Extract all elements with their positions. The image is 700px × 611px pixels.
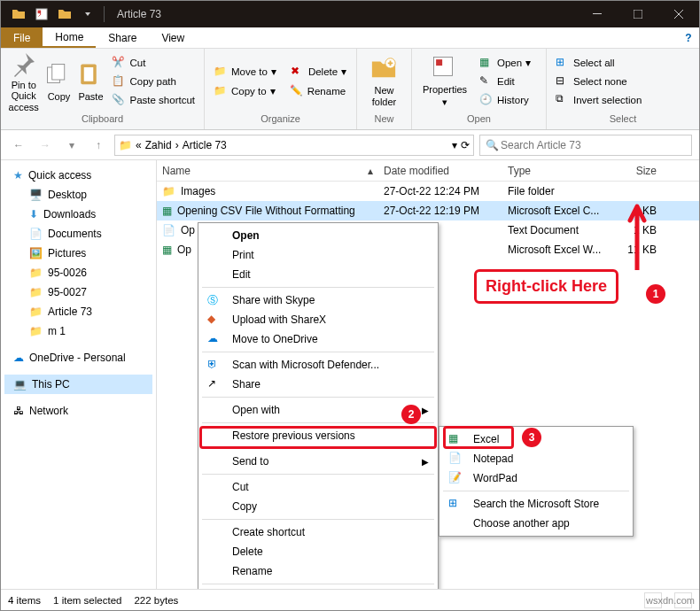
open-button[interactable]: ▦Open▾ xyxy=(476,54,534,72)
ctx-onedrive[interactable]: ☁Move to OneDrive xyxy=(200,329,436,349)
ctx-rename[interactable]: Rename xyxy=(200,561,436,581)
qat-properties-icon[interactable] xyxy=(31,4,52,24)
nav-quick-access[interactable]: ★Quick access xyxy=(4,166,152,185)
edit-button[interactable]: ✎Edit xyxy=(476,73,534,90)
annotation-excel-highlight xyxy=(443,426,514,449)
nav-folder[interactable]: 📁95-0027 xyxy=(4,282,152,302)
copy-button[interactable]: Copy xyxy=(44,52,73,111)
nav-desktop[interactable]: 🖥️Desktop xyxy=(4,185,152,205)
notepad-icon: 📄 xyxy=(448,452,463,466)
status-bar: 4 items 1 item selected 222 bytes xyxy=(1,589,699,610)
breadcrumb[interactable]: 📁 « Zahid› Article 73 ▾ ⟳ xyxy=(114,135,474,156)
nav-forward-button[interactable]: → xyxy=(35,135,56,156)
minimize-button[interactable] xyxy=(577,1,618,27)
delete-icon: ✖ xyxy=(291,65,305,79)
paste-button[interactable]: Paste xyxy=(76,52,105,111)
wordpad-icon: 📝 xyxy=(448,471,463,485)
annotation-arrow-icon xyxy=(626,203,648,270)
file-row[interactable]: 📁Images 27-Oct-22 12:24 PMFile folder xyxy=(157,182,699,201)
nav-this-pc[interactable]: 💻This PC xyxy=(4,375,152,394)
search-box[interactable]: 🔍 xyxy=(479,135,692,156)
invert-selection-button[interactable]: ⧉Invert selection xyxy=(552,91,645,109)
ctx-properties[interactable]: Properties xyxy=(200,587,436,589)
watermark: wsxdn.com xyxy=(646,595,695,606)
text-file-icon: 📄 xyxy=(162,224,175,236)
pictures-icon: 🖼️ xyxy=(29,247,43,259)
ctx-open-with[interactable]: Open with▶ xyxy=(200,400,436,420)
nav-folder[interactable]: 📁m 1 xyxy=(4,321,152,341)
breadcrumb-part[interactable]: Article 73 xyxy=(183,139,227,151)
nav-folder[interactable]: 📁95-0026 xyxy=(4,263,152,282)
network-icon: 🖧 xyxy=(13,405,24,417)
nav-back-button[interactable]: ← xyxy=(8,135,29,156)
history-button[interactable]: 🕘History xyxy=(476,91,534,109)
tab-home[interactable]: Home xyxy=(43,27,96,48)
qat-dropdown-icon[interactable] xyxy=(77,4,98,24)
nav-folder[interactable]: 📁Article 73 xyxy=(4,302,152,321)
annotation-badge-2: 2 xyxy=(401,405,421,424)
annotation-callout: Right-click Here xyxy=(474,269,618,304)
copy-icon xyxy=(44,61,73,89)
ctx-share[interactable]: ↗Share xyxy=(200,375,436,394)
column-headers[interactable]: Name▴ Date modified Type Size xyxy=(157,160,699,182)
nav-up-button[interactable]: ↑ xyxy=(88,135,109,156)
qat-folder2-icon[interactable] xyxy=(54,4,75,24)
nav-network[interactable]: 🖧Network xyxy=(4,401,152,421)
ctx-send-to[interactable]: Send to▶ xyxy=(200,452,436,471)
select-all-button[interactable]: ⊞Select all xyxy=(552,54,645,72)
ctx-open[interactable]: Open xyxy=(200,226,436,245)
copy-to-button[interactable]: 📁Copy to▾ xyxy=(210,82,279,100)
tab-share[interactable]: Share xyxy=(96,27,149,48)
properties-button[interactable]: Properties▾ xyxy=(417,52,472,111)
folder-icon: 📁 xyxy=(29,325,43,337)
ctx-sharex[interactable]: ◆Upload with ShareX xyxy=(200,310,436,329)
maximize-button[interactable] xyxy=(618,1,658,27)
onedrive-icon: ☁ xyxy=(207,332,222,346)
ctx-print[interactable]: Print xyxy=(200,245,436,265)
paste-shortcut-button[interactable]: 📎Paste shortcut xyxy=(108,91,198,109)
address-bar-row: ← → ▾ ↑ 📁 « Zahid› Article 73 ▾ ⟳ 🔍 xyxy=(1,130,699,160)
search-input[interactable] xyxy=(499,138,686,152)
annotation-openwith-highlight xyxy=(199,426,437,449)
sub-notepad[interactable]: 📄Notepad xyxy=(441,449,631,468)
folder-icon: 📁 xyxy=(29,286,43,298)
breadcrumb-dropdown-icon[interactable]: ▾ xyxy=(452,139,457,151)
close-button[interactable] xyxy=(658,1,699,27)
ctx-skype[interactable]: ⓈShare with Skype xyxy=(200,290,436,310)
excel-icon: ▦ xyxy=(479,56,494,70)
help-button[interactable]: ? xyxy=(678,27,699,48)
ctx-create-shortcut[interactable]: Create shortcut xyxy=(200,522,436,542)
documents-icon: 📄 xyxy=(29,228,43,240)
tab-view[interactable]: View xyxy=(149,27,197,48)
nav-recent-button[interactable]: ▾ xyxy=(61,135,82,156)
ctx-cut[interactable]: Cut xyxy=(200,477,436,497)
move-to-button[interactable]: 📁Move to▾ xyxy=(210,63,280,81)
qat-folder-icon[interactable] xyxy=(8,4,29,24)
pin-quick-access-button[interactable]: Pin to Quick access xyxy=(6,52,41,111)
nav-pictures[interactable]: 🖼️Pictures xyxy=(4,244,152,263)
ctx-delete[interactable]: Delete xyxy=(200,542,436,561)
excel-file-icon: ▦ xyxy=(162,205,172,217)
tab-file[interactable]: File xyxy=(1,27,43,48)
breadcrumb-part[interactable]: Zahid xyxy=(145,139,172,151)
select-none-button[interactable]: ⊟Select none xyxy=(552,73,645,90)
ctx-defender[interactable]: ⛨Scan with Microsoft Defender... xyxy=(200,355,436,375)
delete-button[interactable]: ✖Delete▾ xyxy=(287,63,350,81)
history-icon: 🕘 xyxy=(479,93,494,107)
nav-documents[interactable]: 📄Documents xyxy=(4,224,152,244)
rename-button[interactable]: ✏️Rename xyxy=(286,82,349,100)
folder-icon: 📁 xyxy=(29,306,43,318)
new-folder-button[interactable]: New folder xyxy=(362,52,406,111)
nav-onedrive[interactable]: ☁OneDrive - Personal xyxy=(4,348,152,367)
nav-downloads[interactable]: ⬇Downloads xyxy=(4,205,152,224)
file-row-selected[interactable]: ▦Opening CSV File Without Formatting 27-… xyxy=(157,201,699,220)
cut-button[interactable]: ✂️Cut xyxy=(108,54,198,72)
refresh-button[interactable]: ⟳ xyxy=(461,139,470,151)
ctx-edit[interactable]: Edit xyxy=(200,265,436,284)
copypath-button[interactable]: 📋Copy path xyxy=(108,73,198,90)
sub-another[interactable]: Choose another app xyxy=(441,514,631,533)
ctx-copy[interactable]: Copy xyxy=(200,497,436,516)
sub-store[interactable]: ⊞Search the Microsoft Store xyxy=(441,494,631,514)
svg-rect-3 xyxy=(634,10,642,19)
sub-wordpad[interactable]: 📝WordPad xyxy=(441,468,631,488)
